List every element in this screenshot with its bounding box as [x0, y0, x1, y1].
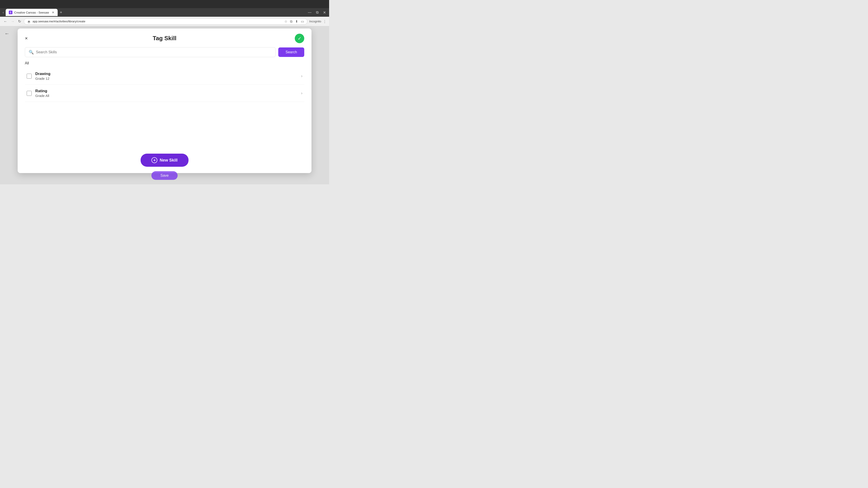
search-input-wrap: 🔍 [25, 47, 276, 57]
modal-title: Tag Skill [153, 35, 177, 42]
skill-name-drawing: Drawing [35, 72, 298, 76]
new-skill-label: New Skill [160, 158, 178, 163]
forward-button[interactable]: → [10, 19, 16, 24]
window-controls: — ⧉ ✕ [307, 10, 327, 15]
skill-info-drawing: Drawing Grade 12 [35, 72, 298, 80]
window-close-button[interactable]: ✕ [322, 10, 327, 15]
skill-info-rating: Rating Grade All [35, 89, 298, 98]
bookmark-icon[interactable]: ☆ [284, 20, 287, 24]
download-icon[interactable]: ⬇ [295, 20, 298, 24]
page-background: ← Create Activity × Tag Skill ✓ 🔍 Search… [0, 26, 329, 184]
window-restore-button[interactable]: ⧉ [315, 10, 320, 15]
tab-favicon: S [9, 11, 12, 14]
tab-bar: ‹ S Creative Canvas - Seesaw ✕ + — ⧉ ✕ [0, 8, 329, 17]
skill-name-rating: Rating [35, 89, 298, 93]
tag-skill-modal: × Tag Skill ✓ 🔍 Search All Drawing Grad [18, 29, 311, 173]
back-button[interactable]: ← [3, 19, 8, 24]
modal-confirm-button[interactable]: ✓ [295, 34, 304, 43]
tab-scroll-left[interactable]: ‹ [2, 10, 5, 15]
screen-split-icon[interactable]: ▭ [301, 20, 304, 24]
new-skill-button-wrap: + New Skill [25, 147, 304, 167]
modal-close-button[interactable]: × [25, 36, 28, 41]
checkmark-icon: ✓ [298, 36, 302, 41]
url-text: app.seesaw.me/#/activities/library/creat… [33, 20, 85, 23]
extensions-icon[interactable]: ⧉ [290, 20, 292, 24]
tab-title: Creative Canvas - Seesaw [14, 11, 49, 14]
save-button[interactable]: Save [151, 171, 178, 180]
browser-tab-active[interactable]: S Creative Canvas - Seesaw ✕ [6, 9, 58, 16]
new-skill-button[interactable]: + New Skill [141, 154, 188, 167]
all-filter-label: All [25, 61, 304, 65]
skill-list: Drawing Grade 12 › Rating Grade All › [25, 68, 304, 102]
new-tab-button[interactable]: + [59, 10, 64, 15]
address-bar-icons: ☆ ⧉ ⬇ ▭ [284, 20, 304, 24]
skill-grade-drawing: Grade 12 [35, 76, 298, 80]
search-icon: 🔍 [29, 50, 34, 55]
new-skill-plus-icon: + [151, 157, 157, 163]
incognito-icon: Incognito [309, 20, 321, 23]
more-options-icon[interactable]: ⋮ [323, 20, 327, 24]
browser-actions: Incognito ⋮ [309, 20, 327, 24]
svg-rect-1 [29, 21, 30, 22]
tab-close-button[interactable]: ✕ [52, 11, 55, 14]
reload-button[interactable]: ↻ [17, 18, 22, 24]
address-bar-row: ← → ↻ app.seesaw.me/#/activities/library… [0, 17, 329, 26]
skill-grade-rating: Grade All [35, 94, 298, 98]
search-input[interactable] [36, 50, 272, 54]
modal-header: × Tag Skill ✓ [25, 35, 304, 42]
favicon-letter: S [10, 11, 11, 14]
skill-chevron-drawing: › [301, 74, 303, 78]
browser-chrome [0, 0, 329, 8]
skill-item-drawing[interactable]: Drawing Grade 12 › [25, 68, 304, 85]
search-row: 🔍 Search [25, 47, 304, 57]
address-bar[interactable]: app.seesaw.me/#/activities/library/creat… [24, 18, 307, 25]
search-button[interactable]: Search [278, 47, 304, 57]
skill-chevron-rating: › [301, 91, 303, 96]
skill-checkbox-rating[interactable] [27, 91, 32, 96]
skill-checkbox-drawing[interactable] [27, 74, 32, 78]
lock-icon [27, 20, 31, 23]
skill-item-rating[interactable]: Rating Grade All › [25, 85, 304, 102]
window-minimize-button[interactable]: — [307, 10, 313, 15]
